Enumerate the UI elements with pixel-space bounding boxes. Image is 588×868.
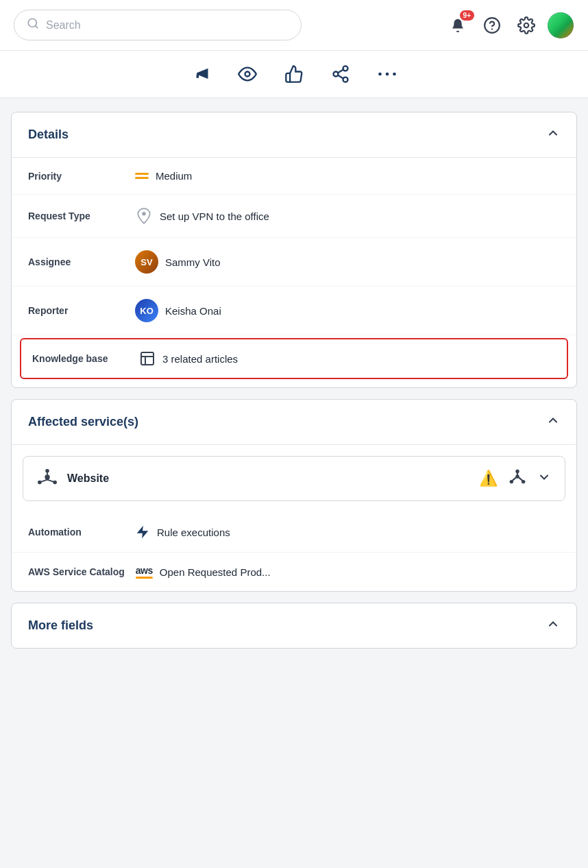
network-icon[interactable] <box>509 468 526 490</box>
aws-icon: aws <box>136 565 153 579</box>
affected-services-header: Affected service(s) <box>12 400 576 445</box>
notifications-button[interactable]: 9+ <box>444 12 471 39</box>
svg-point-24 <box>45 469 49 473</box>
help-button[interactable] <box>478 12 506 39</box>
svg-point-5 <box>245 72 250 77</box>
details-collapse-icon[interactable] <box>546 126 560 143</box>
top-navigation: Search 9+ <box>0 0 588 51</box>
megaphone-icon[interactable] <box>188 62 213 86</box>
knowledge-base-text: 3 related articles <box>162 353 238 365</box>
aws-value: aws Open Requested Prod... <box>136 565 271 579</box>
thumbsup-icon[interactable] <box>282 62 306 86</box>
aws-text-value: Open Requested Prod... <box>160 566 271 578</box>
share-icon[interactable] <box>328 62 353 86</box>
automation-label: Automation <box>28 527 124 538</box>
svg-line-9 <box>338 75 343 79</box>
details-header: Details <box>12 112 576 158</box>
svg-point-18 <box>45 474 49 479</box>
aws-row: AWS Service Catalog aws Open Requested P… <box>12 553 576 591</box>
main-content: Details Priority Medium R <box>0 98 588 662</box>
request-type-value: Set up VPN to the office <box>135 207 269 225</box>
request-type-row: Request Type Set up VPN to the office <box>12 195 576 238</box>
aws-label: AWS Service Catalog <box>28 566 125 577</box>
automation-text: Rule executions <box>157 527 230 538</box>
more-icon[interactable] <box>375 62 400 86</box>
knowledge-base-value: 3 related articles <box>139 350 238 367</box>
svg-point-4 <box>524 23 529 27</box>
priority-label: Priority <box>28 171 124 182</box>
automation-row: Automation Rule executions <box>12 512 576 553</box>
svg-rect-15 <box>141 352 154 365</box>
nav-icons: 9+ <box>444 12 574 39</box>
svg-line-30 <box>513 478 516 481</box>
reporter-row: Reporter KO Keisha Onai <box>12 287 576 335</box>
svg-point-13 <box>393 73 396 76</box>
search-icon <box>27 17 39 33</box>
user-avatar[interactable] <box>547 12 574 39</box>
svg-line-10 <box>338 70 343 73</box>
service-actions: ⚠️ <box>479 468 551 490</box>
affected-services-collapse-icon[interactable] <box>546 413 560 431</box>
svg-point-12 <box>386 73 389 76</box>
action-bar <box>0 51 588 98</box>
reporter-avatar: KO <box>135 299 158 322</box>
website-service-icon <box>37 468 58 489</box>
notification-count: 9+ <box>460 10 474 21</box>
search-bar[interactable]: Search <box>14 10 302 40</box>
svg-point-11 <box>378 73 382 76</box>
priority-icon <box>135 173 149 179</box>
assignee-text: Sammy Vito <box>165 256 221 268</box>
knowledge-base-label: Knowledge base <box>32 353 128 364</box>
more-fields-header: More fields <box>12 603 576 648</box>
details-title: Details <box>28 128 69 142</box>
reporter-label: Reporter <box>28 305 124 316</box>
details-card: Details Priority Medium R <box>11 112 577 388</box>
request-type-text: Set up VPN to the office <box>160 210 269 222</box>
svg-point-14 <box>142 212 145 215</box>
assignee-label: Assignee <box>28 256 124 267</box>
assignee-avatar: SV <box>135 250 158 274</box>
priority-value: Medium <box>135 170 192 182</box>
knowledge-base-icon <box>139 350 156 367</box>
reporter-text: Keisha Onai <box>165 305 221 317</box>
priority-row: Priority Medium <box>12 158 576 195</box>
automation-value: Rule executions <box>135 525 230 540</box>
service-expand-icon[interactable] <box>537 470 551 487</box>
website-service-card[interactable]: Website ⚠️ <box>23 456 565 501</box>
warning-icon: ⚠️ <box>479 470 498 487</box>
settings-button[interactable] <box>513 12 540 39</box>
svg-line-31 <box>519 478 522 481</box>
affected-services-title: Affected service(s) <box>28 415 138 429</box>
search-placeholder: Search <box>46 19 81 32</box>
website-service-name: Website <box>67 472 469 485</box>
affected-services-card: Affected service(s) Websit <box>11 399 577 592</box>
assignee-value: SV Sammy Vito <box>135 250 221 274</box>
avatar <box>548 12 574 38</box>
svg-line-1 <box>35 25 37 27</box>
knowledge-base-row[interactable]: Knowledge base 3 related articles <box>20 338 568 379</box>
more-fields-card: More fields <box>11 603 577 649</box>
more-fields-title: More fields <box>28 618 93 633</box>
vpn-icon <box>135 207 153 225</box>
more-fields-collapse-icon[interactable] <box>546 617 560 634</box>
svg-marker-32 <box>137 526 149 538</box>
priority-text: Medium <box>156 170 192 182</box>
assignee-row: Assignee SV Sammy Vito <box>12 238 576 287</box>
reporter-value: KO Keisha Onai <box>135 299 221 322</box>
request-type-label: Request Type <box>28 210 124 221</box>
eye-icon[interactable] <box>235 62 260 86</box>
bolt-icon <box>135 525 150 540</box>
